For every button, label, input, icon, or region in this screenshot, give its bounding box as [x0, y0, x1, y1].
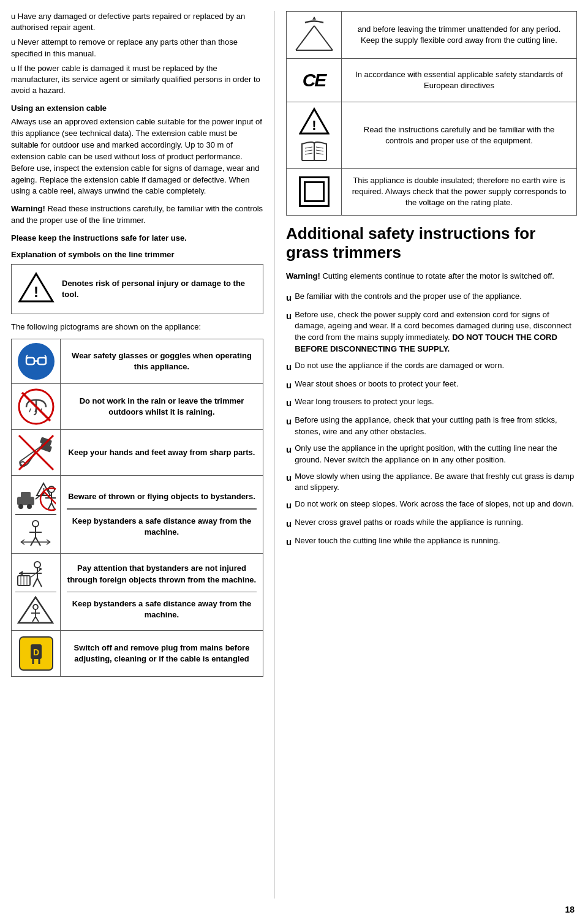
safety-text-10: Never touch the cutting line while the a…: [295, 535, 577, 549]
safety-item-2: u Do not use the appliance if the cords …: [286, 360, 577, 374]
svg-line-37: [36, 537, 40, 546]
warning-cutting-body: Cutting elements continue to rotate afte…: [320, 271, 554, 281]
double-insulation-text: This appliance is double insulated; ther…: [342, 169, 576, 215]
safety-text-1: Before use, check the power supply cord …: [295, 309, 577, 355]
bystander-label: Beware of thrown or flying objects to by…: [61, 476, 263, 553]
safety-item-8: u Do not work on steep slopes. Work acro…: [286, 499, 577, 512]
svg-line-79: [316, 150, 323, 151]
triangle-book-icon-cell: !: [287, 102, 342, 168]
right-row-cord: and before leaving the trimmer unattende…: [287, 12, 576, 59]
safety-text-6: Only use the appliance in the upright po…: [295, 443, 577, 466]
safety-text-0: Be familiar with the controls and the pr…: [295, 291, 577, 304]
svg-point-45: [34, 562, 40, 568]
svg-line-76: [305, 150, 312, 151]
warning-read-text: Warning! Read these instructions careful…: [11, 203, 263, 227]
right-row-ce: CE In accordance with essential applicab…: [287, 59, 576, 102]
right-row-triangle-book: !: [287, 102, 576, 169]
para3: u If the power cable is damaged it must …: [11, 63, 263, 97]
svg-line-60: [32, 617, 36, 622]
page-number: 18: [565, 905, 575, 914]
svg-line-80: [316, 153, 323, 154]
safety-text-8: Do not work on steep slopes. Work across…: [295, 499, 577, 512]
svg-line-61: [36, 617, 39, 622]
cord-icon: [293, 17, 336, 53]
svg-marker-44: [19, 571, 23, 576]
pictogram-row-bystanders: !: [11, 476, 263, 554]
svg-point-20: [18, 504, 23, 509]
svg-line-49: [37, 578, 42, 587]
safety-text-9: Never cross gravel paths or roads while …: [295, 517, 577, 530]
triangle-icon: !: [299, 107, 330, 135]
warning-cutting-text: Warning! Cutting elements continue to ro…: [286, 271, 577, 282]
safety-item-5: u Before using the appliance, check that…: [286, 415, 577, 438]
double-insulation-icon-cell: [287, 169, 342, 215]
no-rain-icon-cell: [12, 384, 61, 429]
svg-point-21: [27, 504, 32, 509]
safety-item-6: u Only use the appliance in the upright …: [286, 443, 577, 466]
no-walk-icon: [16, 595, 56, 627]
list-u-2: u: [286, 360, 292, 374]
svg-point-57: [33, 605, 38, 609]
right-top-section: and before leaving the trimmer unattende…: [286, 11, 577, 216]
hands-away-icon-cell: [12, 430, 61, 475]
list-u-10: u: [286, 535, 292, 549]
label-divider2: [67, 592, 257, 593]
additional-safety-heading: Additional safety instructions for grass…: [286, 224, 577, 262]
safety-text-4: Wear long trousers to protect your legs.: [295, 396, 577, 410]
bystander1-icon: !: [16, 480, 56, 511]
pay-attention-icons-cell: [12, 554, 61, 631]
safety-item-4: u Wear long trousers to protect your leg…: [286, 396, 577, 410]
pictogram-row-no-rain: Do not work in the rain or leave the tri…: [11, 384, 263, 430]
para2: u Never attempt to remove or replace any…: [11, 37, 263, 59]
svg-text:D: D: [32, 647, 39, 657]
goggles-icon: [18, 343, 55, 380]
pictogram-row-hands: Keep your hands and feet away from sharp…: [11, 430, 263, 476]
svg-line-36: [31, 537, 36, 546]
pay-attention-icon: [16, 557, 56, 589]
svg-text:!: !: [34, 284, 39, 300]
svg-line-8: [29, 409, 31, 412]
extension-text: Always use an approved extension cable s…: [11, 116, 263, 197]
pictogram-row-goggles: Wear safety glasses or goggles when oper…: [11, 339, 263, 384]
safety-text-7: Move slowly when using the appliance. Be…: [295, 471, 577, 494]
explanation-heading: Explanation of symbols on the line trimm…: [11, 250, 263, 259]
warning-box: ! Denotes risk of personal injury or dam…: [11, 264, 263, 314]
list-u-6: u: [286, 443, 292, 466]
book-icon: [299, 139, 330, 164]
switch-off-icon-cell: D: [12, 631, 61, 676]
ce-text: In accordance with essential applicable …: [342, 59, 576, 102]
cord-text: and before leaving the trimmer unattende…: [342, 12, 576, 58]
safety-text-2: Do not use the appliance if the cords ar…: [295, 360, 577, 374]
safety-text-3: Wear stout shoes or boots to protect you…: [295, 379, 577, 392]
safety-item-0: u Be familiar with the controls and the …: [286, 291, 577, 304]
safety-item-1: u Before use, check the power supply cor…: [286, 309, 577, 355]
label-divider: [67, 508, 257, 510]
list-u-8: u: [286, 499, 292, 512]
double-insulation-icon: [299, 176, 330, 207]
goggles-label: Wear safety glasses or goggles when oper…: [61, 339, 263, 383]
pictogram-row-pay-attention: Pay attention that bystanders are not in…: [11, 554, 263, 631]
safety-list: u Be familiar with the controls and the …: [286, 291, 577, 549]
svg-line-48: [33, 578, 37, 587]
warning-label: Warning!: [11, 204, 45, 213]
svg-rect-19: [21, 492, 31, 499]
list-u-7: u: [286, 471, 292, 494]
list-u-0: u: [286, 291, 292, 304]
list-u-5: u: [286, 415, 292, 438]
left-column: u Have any damaged or defective parts re…: [11, 11, 274, 899]
extension-heading: Using an extension cable: [11, 104, 263, 113]
warning-inline-label: Warning!: [286, 271, 320, 281]
safety-item-9: u Never cross gravel paths or roads whil…: [286, 517, 577, 530]
keep-safe-text: Please keep the instructions safe for la…: [11, 233, 263, 244]
safety-item-10: u Never touch the cutting line while the…: [286, 535, 577, 549]
right-row-double-ins: This appliance is double insulated; ther…: [287, 169, 576, 215]
svg-line-75: [305, 147, 312, 148]
warning-body: Read these instructions carefully, be fa…: [11, 204, 263, 225]
list-u-9: u: [286, 517, 292, 530]
double-insulation-inner: [304, 181, 325, 202]
svg-text:!: !: [312, 118, 316, 133]
svg-marker-71: [312, 17, 316, 20]
safety-item-7: u Move slowly when using the appliance. …: [286, 471, 577, 494]
pay-attention-label: Pay attention that bystanders are not in…: [61, 554, 263, 631]
safety-text-5: Before using the appliance, check that y…: [295, 415, 577, 438]
